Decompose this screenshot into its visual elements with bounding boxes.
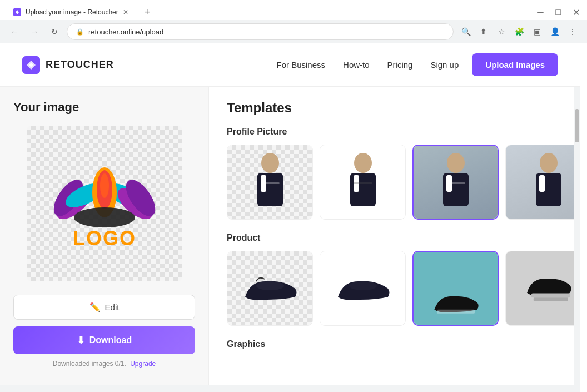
browser-tab[interactable]: Upload your image - Retoucher ✕ bbox=[7, 4, 135, 20]
product-label: Product bbox=[227, 233, 563, 243]
edit-button[interactable]: ✏️ Edit bbox=[13, 295, 195, 320]
template-card-pp-gray-selected[interactable] bbox=[412, 145, 499, 220]
svg-rect-31 bbox=[533, 297, 568, 301]
nav-sign-up[interactable]: Sign up bbox=[430, 60, 459, 70]
search-icon[interactable]: 🔍 bbox=[458, 24, 474, 39]
profile-icon[interactable]: 👤 bbox=[547, 24, 563, 39]
svg-point-10 bbox=[74, 207, 135, 227]
toolbar-icons: 🔍 ⬆ ☆ 🧩 ▣ 👤 ⋮ bbox=[458, 24, 580, 39]
reload-button[interactable]: ↻ bbox=[47, 24, 62, 39]
nav-how-to[interactable]: How-to bbox=[343, 60, 370, 70]
extensions-icon[interactable]: 🧩 bbox=[511, 24, 527, 39]
tab-close-icon[interactable]: ✕ bbox=[123, 8, 128, 16]
person-svg bbox=[251, 152, 290, 213]
minimize-icon[interactable]: ─ bbox=[536, 8, 545, 17]
download-button[interactable]: ⬇ Download bbox=[13, 326, 195, 354]
nav-for-business[interactable]: For Business bbox=[277, 60, 326, 70]
vertical-scrollbar[interactable] bbox=[574, 87, 580, 392]
back-button[interactable]: ← bbox=[7, 24, 22, 39]
person-svg-3 bbox=[436, 152, 475, 213]
profile-picture-row: › bbox=[227, 145, 563, 220]
graphics-section: Graphics bbox=[227, 339, 563, 349]
browser-toolbar: ← → ↻ 🔒 retoucher.online/upload 🔍 ⬆ ☆ 🧩 … bbox=[0, 20, 587, 43]
shoe-teal-bg bbox=[414, 252, 498, 325]
upload-images-button[interactable]: Upload Images bbox=[472, 53, 558, 76]
browser-chrome: Upload your image - Retoucher ✕ + ─ □ ✕ … bbox=[0, 0, 587, 43]
nav-links: For Business How-to Pricing Sign up bbox=[277, 60, 459, 70]
svg-point-16 bbox=[354, 153, 372, 173]
pp-gray-bg bbox=[414, 146, 498, 219]
person-svg-4 bbox=[529, 152, 568, 213]
forward-button[interactable]: → bbox=[27, 24, 42, 39]
maximize-icon[interactable]: □ bbox=[554, 8, 563, 17]
download-icon: ⬇ bbox=[77, 334, 85, 346]
svg-rect-30 bbox=[531, 293, 570, 297]
person-svg-2 bbox=[344, 152, 382, 213]
navbar: RETOUCHER For Business How-to Pricing Si… bbox=[0, 43, 580, 87]
close-icon[interactable]: ✕ bbox=[571, 8, 580, 17]
templates-title: Templates bbox=[227, 100, 563, 116]
url-text: retoucher.online/upload bbox=[88, 28, 444, 36]
svg-rect-23 bbox=[446, 182, 465, 184]
svg-point-28 bbox=[349, 281, 377, 290]
template-card-shoe-podium[interactable] bbox=[505, 251, 580, 326]
product-section: Product bbox=[227, 233, 563, 326]
edit-label: Edit bbox=[105, 302, 120, 312]
svg-point-9 bbox=[100, 173, 109, 198]
shoe-svg-2 bbox=[332, 269, 394, 308]
split-view-icon[interactable]: ▣ bbox=[529, 24, 545, 39]
shoe-svg-3 bbox=[428, 286, 484, 319]
svg-point-20 bbox=[447, 153, 465, 173]
shoe-white-bg bbox=[320, 251, 405, 325]
product-row: › bbox=[227, 251, 563, 326]
upgrade-link[interactable]: Upgrade bbox=[130, 360, 156, 368]
template-card-pp-white[interactable] bbox=[320, 145, 406, 220]
menu-icon[interactable]: ⋮ bbox=[565, 24, 580, 39]
shoe-transparent-bg bbox=[227, 251, 312, 325]
new-tab-button[interactable]: + bbox=[140, 4, 155, 20]
left-panel: Your image bbox=[0, 87, 209, 392]
logo-text: RETOUCHER bbox=[46, 59, 114, 71]
scrollbar-thumb[interactable] bbox=[575, 109, 579, 142]
lock-icon: 🔒 bbox=[76, 28, 84, 36]
template-card-shoe-transparent[interactable] bbox=[227, 251, 313, 326]
title-bar: Upload your image - Retoucher ✕ + ─ □ ✕ bbox=[0, 0, 587, 20]
svg-rect-26 bbox=[539, 175, 545, 192]
pp-light-bg bbox=[506, 145, 580, 219]
nav-pricing[interactable]: Pricing bbox=[387, 60, 413, 70]
window-controls: ─ □ ✕ bbox=[536, 8, 580, 17]
profile-picture-section: Profile Picture bbox=[227, 127, 563, 220]
share-icon[interactable]: ⬆ bbox=[476, 24, 491, 39]
svg-point-12 bbox=[261, 153, 279, 173]
logo[interactable]: RETOUCHER bbox=[22, 56, 114, 74]
download-count: Downloaded images 0/1. bbox=[53, 360, 126, 368]
template-card-pp-light[interactable] bbox=[505, 145, 580, 220]
svg-rect-29 bbox=[436, 310, 475, 314]
svg-text:LOGO: LOGO bbox=[73, 227, 136, 250]
shoe-svg-4 bbox=[518, 269, 579, 308]
shoe-svg bbox=[240, 269, 301, 308]
svg-point-24 bbox=[540, 153, 558, 173]
template-card-pp-transparent[interactable] bbox=[227, 145, 313, 220]
panel-title: Your image bbox=[13, 100, 195, 115]
pp-white-bg bbox=[320, 145, 405, 219]
image-preview: LOGO bbox=[27, 126, 182, 281]
bookmark-icon[interactable]: ☆ bbox=[494, 24, 509, 39]
download-label: Download bbox=[89, 335, 132, 345]
shoe-podium-bg bbox=[506, 251, 580, 325]
tab-favicon bbox=[13, 8, 21, 16]
svg-point-27 bbox=[256, 281, 284, 290]
main-layout: Your image bbox=[0, 87, 580, 392]
pp-transparent-bg bbox=[227, 145, 312, 219]
uploaded-image: LOGO bbox=[43, 148, 166, 259]
graphics-label: Graphics bbox=[227, 339, 563, 349]
template-card-shoe-white[interactable] bbox=[320, 251, 406, 326]
horizontal-scrollbar[interactable] bbox=[0, 385, 574, 392]
address-bar[interactable]: 🔒 retoucher.online/upload bbox=[67, 23, 454, 40]
profile-picture-label: Profile Picture bbox=[227, 127, 563, 137]
right-panel[interactable]: Templates Profile Picture bbox=[209, 87, 580, 392]
svg-rect-15 bbox=[261, 182, 280, 184]
tab-title: Upload your image - Retoucher bbox=[26, 8, 118, 16]
page: RETOUCHER For Business How-to Pricing Si… bbox=[0, 43, 580, 392]
template-card-shoe-teal-selected[interactable] bbox=[412, 251, 499, 326]
